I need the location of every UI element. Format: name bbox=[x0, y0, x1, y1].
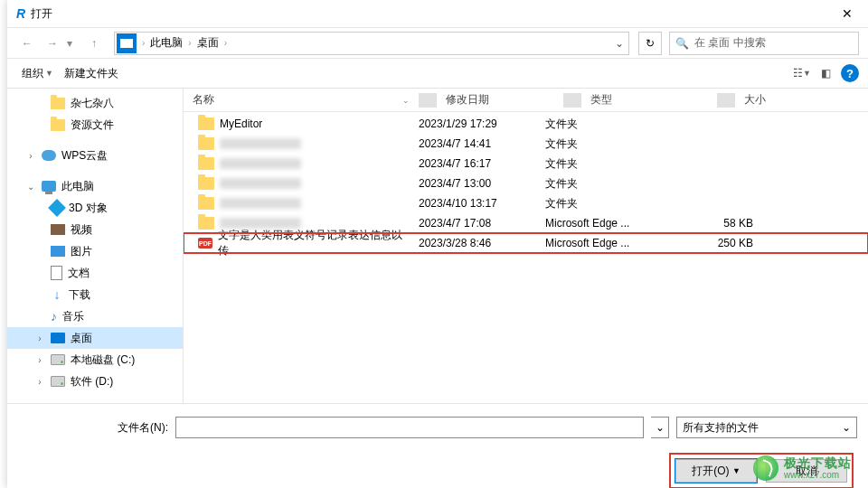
tree-item[interactable]: 3D 对象 bbox=[7, 197, 183, 219]
watermark-logo-icon bbox=[753, 455, 778, 481]
file-date: 2023/4/7 14:41 bbox=[419, 137, 545, 150]
location-icon bbox=[117, 33, 137, 53]
organize-menu[interactable]: 组织 ▼ bbox=[16, 62, 59, 85]
toolbar: 组织 ▼ 新建文件夹 ☷ ▼ ◧ ? bbox=[7, 58, 868, 89]
refresh-button[interactable]: ↻ bbox=[638, 32, 662, 55]
chevron-icon: › bbox=[34, 355, 45, 365]
header-date[interactable]: 修改日期 bbox=[437, 92, 563, 108]
filename-input[interactable] bbox=[175, 417, 644, 438]
dl-icon: ↓ bbox=[51, 288, 63, 301]
file-list: 名称⌄ 修改日期 类型 大小 MyEditor2023/1/29 17:29文件… bbox=[184, 89, 868, 403]
chevron-down-icon: ▼ bbox=[45, 69, 53, 78]
file-row[interactable]: 2023/4/7 13:00文件夹 bbox=[184, 174, 868, 193]
header-name[interactable]: 名称⌄ bbox=[184, 92, 419, 108]
tree-item-label: 文档 bbox=[68, 266, 90, 281]
tree-item-label: 下载 bbox=[69, 287, 90, 303]
pdf-icon: PDF bbox=[198, 238, 212, 249]
breadcrumb-dropdown-icon[interactable]: ⌄ bbox=[610, 37, 628, 50]
file-name: MyEditor bbox=[220, 117, 262, 130]
tree-item[interactable]: 文档 bbox=[7, 262, 183, 284]
file-type: Microsoft Edge ... bbox=[545, 217, 681, 230]
tree-item-label: 此电脑 bbox=[61, 179, 94, 194]
breadcrumb-item[interactable]: 桌面 bbox=[195, 35, 221, 51]
drive-icon bbox=[51, 376, 65, 387]
tree-item[interactable]: ›本地磁盘 (C:) bbox=[7, 349, 183, 371]
file-type: 文件夹 bbox=[545, 156, 681, 172]
music-icon: ♪ bbox=[51, 309, 57, 324]
watermark: 极光下载站 www.xz7.com bbox=[753, 455, 852, 481]
folder-icon bbox=[198, 137, 214, 150]
file-row[interactable]: 2023/4/7 14:41文件夹 bbox=[184, 134, 868, 154]
tree-item[interactable]: ›桌面 bbox=[7, 327, 183, 349]
folder-icon bbox=[198, 117, 214, 130]
file-size: 250 KB bbox=[681, 237, 771, 249]
tree-item[interactable]: 杂七杂八 bbox=[7, 92, 183, 114]
up-button[interactable]: ↑ bbox=[83, 33, 105, 54]
header-size[interactable]: 大小 bbox=[735, 92, 826, 108]
search-input[interactable]: 🔍 在 桌面 中搜索 bbox=[669, 32, 859, 55]
help-button[interactable]: ? bbox=[841, 64, 859, 82]
video-icon bbox=[51, 224, 65, 235]
3d-icon bbox=[51, 202, 63, 214]
filter-label: 所有支持的文件 bbox=[683, 420, 759, 436]
file-type: 文件夹 bbox=[545, 196, 681, 211]
file-size: 58 KB bbox=[681, 217, 771, 230]
tree-item[interactable]: ›WPS云盘 bbox=[7, 145, 183, 166]
tree-item[interactable]: 图片 bbox=[7, 240, 183, 262]
filetype-filter[interactable]: 所有支持的文件 ⌄ bbox=[676, 417, 857, 438]
chevron-right-icon: › bbox=[142, 38, 145, 48]
dialog-title: 打开 bbox=[31, 6, 52, 22]
file-date: 2023/3/28 8:46 bbox=[419, 237, 545, 249]
file-row[interactable]: PDF文字是人类用表义符号记录表达信息以传..2023/3/28 8:46Mic… bbox=[184, 233, 868, 253]
history-dropdown-icon[interactable]: ▾ bbox=[67, 37, 80, 50]
tree-item[interactable]: ⌄此电脑 bbox=[7, 175, 183, 197]
tree-item[interactable]: ↓下载 bbox=[7, 284, 183, 305]
folder-icon bbox=[198, 197, 214, 210]
new-folder-label: 新建文件夹 bbox=[64, 66, 118, 81]
tree-item-label: 本地磁盘 (C:) bbox=[71, 352, 135, 368]
tree-item-label: 软件 (D:) bbox=[71, 374, 113, 389]
file-name: 文字是人类用表义符号记录表达信息以传.. bbox=[218, 228, 419, 258]
new-folder-button[interactable]: 新建文件夹 bbox=[59, 62, 124, 85]
nav-tree[interactable]: 杂七杂八资源文件›WPS云盘⌄此电脑3D 对象视频图片文档↓下载♪音乐›桌面›本… bbox=[7, 89, 184, 403]
file-row[interactable]: 2023/4/10 13:17文件夹 bbox=[184, 193, 868, 213]
tree-item-label: 3D 对象 bbox=[69, 201, 108, 216]
header-type[interactable]: 类型 bbox=[581, 92, 717, 108]
footer: 文件名(N): ⌄ 所有支持的文件 ⌄ 打开(O) ▼ 取消 bbox=[7, 403, 868, 488]
file-row[interactable]: MyEditor2023/1/29 17:29文件夹 bbox=[184, 114, 868, 134]
open-button[interactable]: 打开(O) ▼ bbox=[675, 459, 757, 483]
filename-dropdown-icon[interactable]: ⌄ bbox=[651, 417, 669, 438]
file-row[interactable]: 2023/4/7 16:17文件夹 bbox=[184, 154, 868, 174]
filename-label: 文件名(N): bbox=[118, 420, 168, 436]
view-mode-button[interactable]: ☷ ▼ bbox=[790, 62, 814, 84]
folder-icon bbox=[198, 157, 214, 170]
chevron-right-icon: › bbox=[188, 38, 191, 48]
folder-icon bbox=[198, 177, 214, 190]
tree-item-label: WPS云盘 bbox=[61, 148, 108, 164]
tree-item[interactable]: ♪音乐 bbox=[7, 305, 183, 327]
chevron-icon: ⌄ bbox=[25, 182, 36, 192]
folder-icon bbox=[198, 217, 214, 230]
app-icon: R bbox=[16, 6, 25, 21]
folder-icon bbox=[51, 119, 65, 131]
tree-item[interactable]: ›软件 (D:) bbox=[7, 371, 183, 392]
close-button[interactable]: ✕ bbox=[826, 0, 868, 27]
cloud-icon bbox=[42, 150, 56, 161]
tree-item[interactable]: 资源文件 bbox=[7, 114, 183, 136]
breadcrumb[interactable]: › 此电脑 › 桌面 › ⌄ bbox=[114, 32, 629, 55]
tree-item[interactable]: 视频 bbox=[7, 219, 183, 240]
breadcrumb-item[interactable]: 此电脑 bbox=[148, 35, 184, 51]
file-rows: MyEditor2023/1/29 17:29文件夹2023/4/7 14:41… bbox=[184, 112, 868, 403]
chevron-down-icon: ⌄ bbox=[842, 421, 851, 434]
tree-item-label: 视频 bbox=[71, 222, 92, 238]
file-type: 文件夹 bbox=[545, 176, 681, 192]
navbar: ← → ▾ ↑ › 此电脑 › 桌面 › ⌄ ↻ 🔍 在 桌面 中搜索 bbox=[7, 27, 868, 58]
file-type: Microsoft Edge ... bbox=[545, 237, 681, 249]
tree-item-label: 图片 bbox=[71, 244, 92, 259]
titlebar: R 打开 ✕ bbox=[7, 0, 868, 27]
tree-item-label: 杂七杂八 bbox=[71, 96, 114, 111]
tree-item[interactable]: ›网络 bbox=[7, 401, 183, 403]
file-date: 2023/4/7 17:08 bbox=[419, 217, 545, 230]
back-button[interactable]: ← bbox=[16, 33, 38, 54]
preview-pane-button[interactable]: ◧ bbox=[814, 62, 837, 84]
